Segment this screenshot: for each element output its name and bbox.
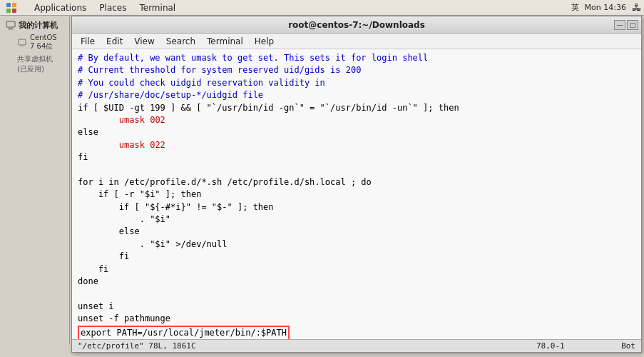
network-icon: 🖧 — [632, 2, 641, 13]
apps-icon — [6, 2, 17, 14]
menu-terminal[interactable]: Terminal — [201, 35, 249, 48]
clock: Mon 14:36 — [585, 3, 626, 12]
menubar: File Edit View Search Terminal Help — [72, 34, 641, 49]
computer-label: 我的计算机 — [19, 20, 58, 31]
window-titlebar: root@centos-7:~/Downloads — □ — [72, 16, 641, 34]
lang-indicator: 英 — [571, 2, 579, 13]
code-line-2: # Current threshold for system reserved … — [78, 64, 635, 76]
statusbar-position: 78,0-1 — [536, 341, 565, 351]
menu-file[interactable]: File — [75, 35, 101, 48]
menu-applications[interactable]: Applications — [29, 1, 92, 14]
maximize-button[interactable]: □ — [627, 20, 638, 30]
centos-label: CentOS 7 64位 — [30, 34, 63, 51]
code-line-14: . "$i" — [78, 213, 635, 226]
code-line-16: . "$i" >/dev/null — [78, 238, 635, 251]
window-controls: — □ — [614, 20, 638, 30]
highlighted-export-line: export PATH=/usr/local/jmeter/bin/:$PATH — [78, 326, 290, 339]
code-line-6: umask 002 — [78, 114, 635, 126]
menu-places[interactable]: Places — [93, 1, 132, 14]
menu-help[interactable]: Help — [249, 35, 280, 48]
code-line-18: fi — [78, 263, 635, 276]
terminal-content[interactable]: # By default, we want umask to get set. … — [72, 49, 641, 339]
menu-search[interactable]: Search — [160, 35, 201, 48]
svg-rect-6 — [8, 29, 14, 29]
code-line-5: if [ $UID -gt 199 ] && [ "`/usr/bin/id -… — [78, 102, 635, 114]
vm-icon — [17, 38, 27, 48]
computer-icon — [6, 21, 16, 31]
code-line-3: # You could check uidgid reservation val… — [78, 77, 635, 89]
side-centos[interactable]: CentOS 7 64位 — [14, 32, 66, 53]
statusbar-bot: Bot — [621, 341, 635, 351]
code-line-8: umask 022 — [78, 139, 635, 151]
side-shared[interactable]: 共享虚拟机 (已应用) — [14, 53, 66, 76]
window-title: root@centos-7:~/Downloads — [288, 20, 425, 30]
taskbar-right: 英 Mon 14:36 🖧 — [571, 2, 641, 13]
statusbar-right: 78,0-1 Bot — [536, 341, 635, 351]
taskbar: Applications Places Terminal 英 Mon 14:36… — [0, 0, 644, 16]
code-line-12: if [ -r "$i" ]; then — [78, 188, 635, 201]
svg-rect-5 — [9, 28, 13, 29]
code-line-22: unset -f pathmunge — [78, 313, 635, 325]
code-line-4: # /usr/share/doc/setup-*/uidgid file — [78, 89, 635, 101]
svg-rect-3 — [12, 9, 16, 13]
taskbar-left: Applications Places Terminal — [3, 1, 571, 14]
taskbar-apps[interactable]: Applications Places Terminal — [29, 1, 181, 14]
svg-rect-4 — [6, 21, 15, 27]
code-line-13: if [ "${-#*i}" != "$-" ]; then — [78, 201, 635, 213]
side-computer[interactable]: 我的计算机 — [3, 19, 66, 32]
side-panel: 我的计算机 CentOS 7 64位 共享虚拟机 (已应用) — [0, 16, 70, 344]
svg-rect-7 — [19, 39, 26, 45]
code-line-9: fi — [78, 151, 635, 164]
code-line-23-highlighted: export PATH=/usr/local/jmeter/bin/:$PATH — [78, 326, 635, 339]
minimize-button[interactable]: — — [614, 20, 625, 30]
menu-edit[interactable]: Edit — [101, 35, 128, 48]
svg-rect-0 — [6, 3, 11, 7]
code-line-10 — [78, 164, 635, 176]
statusbar: "/etc/profile" 78L, 1861C 78,0-1 Bot — [72, 339, 641, 352]
menu-view[interactable]: View — [128, 35, 160, 48]
svg-rect-1 — [12, 3, 16, 7]
code-line-21: unset i — [78, 301, 635, 313]
svg-rect-8 — [20, 46, 24, 46]
code-line-15: else — [78, 226, 635, 238]
code-line-20 — [78, 288, 635, 300]
code-line-17: fi — [78, 251, 635, 263]
statusbar-left: "/etc/profile" 78L, 1861C — [78, 341, 196, 351]
menu-terminal[interactable]: Terminal — [133, 1, 181, 14]
terminal-window: root@centos-7:~/Downloads — □ File Edit … — [71, 16, 642, 353]
code-line-19: done — [78, 276, 635, 288]
shared-label: 共享虚拟机 (已应用) — [17, 54, 63, 74]
code-line-7: else — [78, 126, 635, 139]
svg-rect-2 — [6, 9, 11, 13]
code-line-1: # By default, we want umask to get set. … — [78, 52, 635, 64]
code-line-11: for i in /etc/profile.d/*.sh /etc/profil… — [78, 176, 635, 188]
